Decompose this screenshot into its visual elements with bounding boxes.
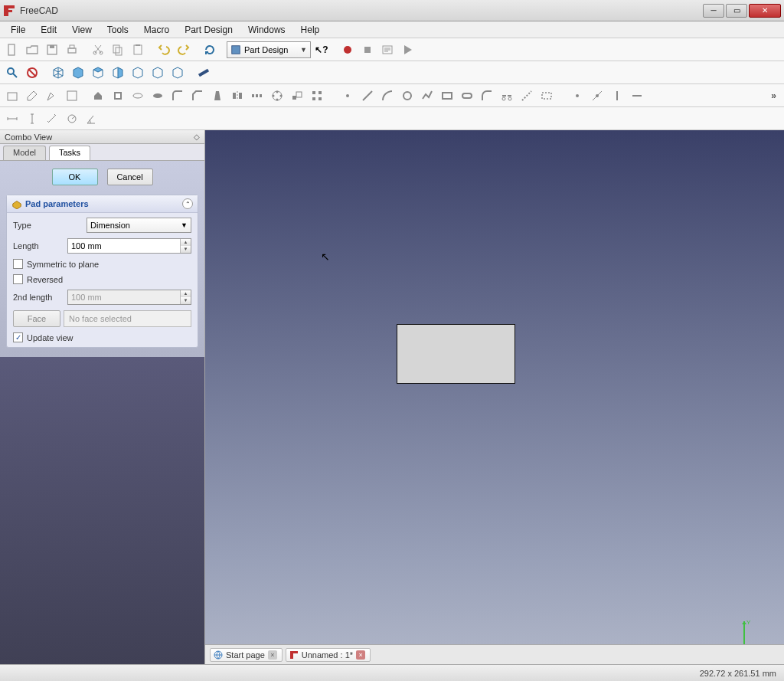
menu-edit[interactable]: Edit bbox=[33, 23, 64, 37]
workbench-selector[interactable]: Part Design ▼ bbox=[227, 41, 311, 58]
draft-icon[interactable] bbox=[208, 87, 227, 105]
execute-macro-icon[interactable] bbox=[398, 41, 416, 59]
sk-fillet-icon[interactable] bbox=[478, 87, 496, 105]
fit-all-icon[interactable] bbox=[3, 64, 21, 82]
isometric-view-icon[interactable] bbox=[49, 64, 67, 82]
reversed-checkbox[interactable] bbox=[13, 274, 23, 284]
macros-icon[interactable] bbox=[378, 41, 397, 59]
type-select[interactable]: Dimension ▼ bbox=[87, 218, 191, 233]
menu-help[interactable]: Help bbox=[293, 23, 328, 37]
spin-up-icon: ▲ bbox=[181, 290, 191, 297]
sk-polyline-icon[interactable] bbox=[418, 87, 436, 105]
fillet-icon[interactable] bbox=[168, 87, 187, 105]
3d-viewport[interactable]: ↖ X Y Z Start page × Unnamed : 1* × bbox=[205, 130, 784, 664]
pad-icon[interactable] bbox=[89, 87, 107, 105]
second-length-input: ▲▼ bbox=[67, 290, 191, 305]
mirrored-icon[interactable] bbox=[228, 87, 247, 105]
print-icon[interactable] bbox=[63, 41, 81, 59]
status-position: 292.72 x 261.51 mm bbox=[700, 669, 776, 678]
cn-radius-icon[interactable] bbox=[63, 110, 81, 128]
close-button[interactable]: ✕ bbox=[749, 4, 781, 18]
face-button[interactable]: Face bbox=[13, 310, 60, 327]
whats-this-icon[interactable]: ↖? bbox=[312, 41, 331, 59]
bottom-view-icon[interactable] bbox=[149, 64, 167, 82]
new-sketch-icon[interactable] bbox=[3, 87, 21, 105]
menu-macro[interactable]: Macro bbox=[136, 23, 177, 37]
save-icon[interactable] bbox=[43, 41, 61, 59]
cn-distance-icon[interactable] bbox=[43, 110, 61, 128]
sk-trim-icon[interactable] bbox=[498, 87, 516, 105]
sk-circle-icon[interactable] bbox=[398, 87, 416, 105]
tab-tasks[interactable]: Tasks bbox=[49, 146, 90, 160]
minimize-button[interactable]: ─ bbox=[703, 4, 724, 18]
menu-view[interactable]: View bbox=[64, 23, 100, 37]
sk-line-icon[interactable] bbox=[358, 87, 377, 105]
sk-point-icon[interactable] bbox=[338, 87, 357, 105]
cut-icon[interactable] bbox=[89, 41, 107, 59]
scaled-icon[interactable] bbox=[288, 87, 306, 105]
menu-windows[interactable]: Windows bbox=[240, 23, 293, 37]
cn-vertical-icon[interactable] bbox=[608, 87, 626, 105]
top-view-icon[interactable] bbox=[89, 64, 107, 82]
cancel-button[interactable]: Cancel bbox=[107, 169, 153, 185]
leave-sketch-icon[interactable] bbox=[43, 87, 61, 105]
close-tab-icon[interactable]: × bbox=[268, 650, 277, 660]
measure-icon[interactable] bbox=[194, 64, 213, 82]
collapse-group-icon[interactable]: ⌃ bbox=[182, 198, 193, 209]
edit-sketch-icon[interactable] bbox=[23, 87, 41, 105]
cn-pointline-icon[interactable] bbox=[588, 87, 606, 105]
menu-tools[interactable]: Tools bbox=[100, 23, 136, 37]
doc-tab-unnamed[interactable]: Unnamed : 1* × bbox=[286, 648, 371, 662]
update-view-checkbox[interactable]: ✓ bbox=[13, 332, 23, 342]
svg-rect-20 bbox=[8, 93, 17, 100]
menu-partdesign[interactable]: Part Design bbox=[177, 23, 240, 37]
menu-file[interactable]: File bbox=[3, 23, 33, 37]
freecad-icon bbox=[289, 650, 299, 660]
sk-construction-icon[interactable] bbox=[537, 87, 556, 105]
sk-external-icon[interactable] bbox=[518, 87, 536, 105]
sk-slot-icon[interactable] bbox=[458, 87, 476, 105]
chamfer-icon[interactable] bbox=[188, 87, 207, 105]
sk-arc-icon[interactable] bbox=[378, 87, 397, 105]
stop-macro-icon[interactable] bbox=[358, 41, 377, 59]
sk-rectangle-icon[interactable] bbox=[438, 87, 456, 105]
pocket-icon[interactable] bbox=[109, 87, 127, 105]
spin-up-icon[interactable]: ▲ bbox=[181, 239, 191, 246]
redo-icon[interactable] bbox=[175, 41, 193, 59]
rear-view-icon[interactable] bbox=[129, 64, 147, 82]
revolution-icon[interactable] bbox=[129, 87, 147, 105]
dock-float-icon[interactable]: ◇ bbox=[194, 133, 200, 141]
cn-angle-icon[interactable] bbox=[83, 110, 101, 128]
linear-pattern-icon[interactable] bbox=[248, 87, 266, 105]
copy-icon[interactable] bbox=[109, 41, 127, 59]
ok-button[interactable]: OK bbox=[52, 169, 98, 185]
map-sketch-icon[interactable] bbox=[63, 87, 81, 105]
cn-coincident-icon[interactable] bbox=[568, 87, 586, 105]
cn-distance-y-icon[interactable] bbox=[23, 110, 41, 128]
multitransform-icon[interactable] bbox=[308, 87, 326, 105]
toolbar-overflow-icon[interactable]: » bbox=[766, 90, 781, 101]
paste-icon[interactable] bbox=[129, 41, 147, 59]
left-view-icon[interactable] bbox=[168, 64, 187, 82]
front-view-icon[interactable] bbox=[69, 64, 87, 82]
open-file-icon[interactable] bbox=[23, 41, 41, 59]
draw-style-icon[interactable] bbox=[23, 64, 41, 82]
pad-preview-shape[interactable] bbox=[397, 324, 515, 384]
tab-model[interactable]: Model bbox=[3, 146, 46, 160]
length-field[interactable] bbox=[68, 239, 180, 253]
groove-icon[interactable] bbox=[149, 87, 167, 105]
spin-down-icon[interactable]: ▼ bbox=[181, 246, 191, 253]
undo-icon[interactable] bbox=[155, 41, 173, 59]
refresh-icon[interactable] bbox=[201, 41, 219, 59]
maximize-button[interactable]: ▭ bbox=[726, 4, 747, 18]
length-input[interactable]: ▲▼ bbox=[67, 238, 191, 254]
record-macro-icon[interactable] bbox=[338, 41, 357, 59]
cn-distance-x-icon[interactable] bbox=[3, 110, 21, 128]
right-view-icon[interactable] bbox=[109, 64, 127, 82]
cn-horizontal-icon[interactable] bbox=[628, 87, 646, 105]
polar-pattern-icon[interactable] bbox=[268, 87, 286, 105]
close-tab-icon[interactable]: × bbox=[356, 650, 365, 660]
new-file-icon[interactable] bbox=[3, 41, 21, 59]
doc-tab-start[interactable]: Start page × bbox=[210, 648, 283, 662]
symmetric-checkbox[interactable] bbox=[13, 259, 23, 269]
